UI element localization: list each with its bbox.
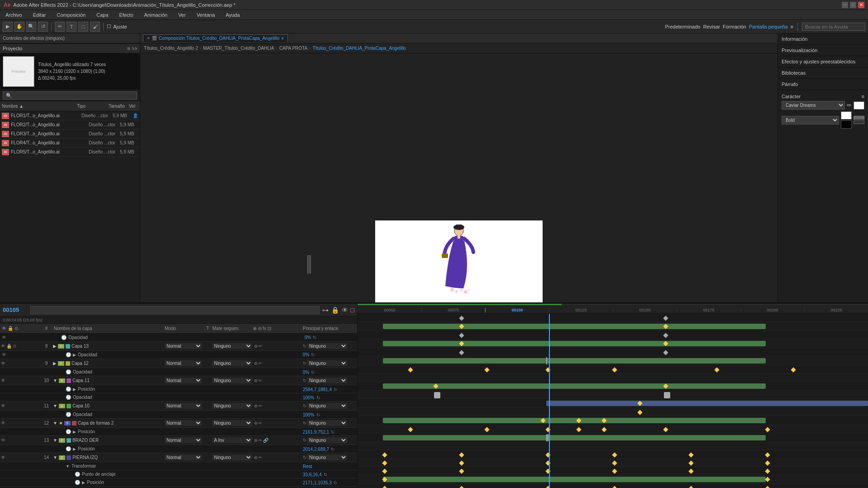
mate-select[interactable]: Ninguno [212, 360, 252, 366]
menu-efecto[interactable]: Efecto [117, 11, 135, 19]
eye-icon[interactable]: 👁 [1, 421, 5, 426]
pencil-icon[interactable]: ✏ [258, 378, 262, 383]
prop-clock-icon[interactable]: 🕐 [66, 387, 71, 392]
prop-expand[interactable]: ▶ [73, 447, 76, 451]
track-row[interactable] [358, 373, 868, 382]
mode-select[interactable]: Normal [165, 420, 202, 426]
parrafo-title[interactable]: Párrafo [782, 81, 798, 87]
track-row[interactable] [358, 484, 868, 488]
frame-button[interactable]: □ [351, 306, 354, 314]
eye-icon[interactable]: 👁 [2, 352, 6, 357]
style-dropdown[interactable]: Bold Normal Italic [782, 116, 839, 124]
eye-icon[interactable]: 👁 [2, 335, 6, 340]
breadcrumb-item-3[interactable]: CAPA PROTA [279, 46, 307, 51]
prop-expand[interactable]: ▶ [73, 387, 76, 392]
track-row[interactable] [358, 442, 868, 450]
menu-editar[interactable]: Editar [31, 11, 48, 19]
track-row[interactable] [358, 399, 868, 408]
switch-icon[interactable]: ⊕ [254, 361, 258, 366]
switch-icon-1[interactable]: ⊕ [254, 344, 258, 349]
prop-clock-icon[interactable]: 🕐 [66, 352, 71, 357]
eye-icon[interactable]: 👁 [1, 438, 5, 443]
principal-select[interactable]: Ninguno [307, 420, 347, 426]
predeterminado-btn[interactable]: Predeterminado [665, 24, 700, 29]
pencil-icon[interactable]: ✏ [258, 455, 262, 460]
principal-select[interactable]: Ninguno [307, 378, 347, 383]
link-chain-icon[interactable]: 🔗 [263, 438, 268, 443]
project-search-bar[interactable] [0, 90, 140, 101]
track-row[interactable] [358, 365, 868, 373]
view-options[interactable]: 👁 [342, 306, 348, 314]
switch-pencil[interactable]: ✏ [258, 344, 262, 349]
prop-clock-icon[interactable]: 🕐 [75, 472, 80, 477]
track-row[interactable] [358, 433, 868, 442]
track-row[interactable] [358, 331, 868, 339]
prop-clock-icon[interactable]: 🕐 [61, 335, 67, 340]
lock-icon[interactable]: 🔒 [6, 344, 12, 349]
pencil-icon[interactable]: ✏ [258, 421, 262, 426]
toolbar-menu-icon[interactable]: ≡ [791, 24, 793, 29]
info-title[interactable]: Información [782, 36, 807, 42]
list-item[interactable]: Ai FLOR1/T...o_Angelillo.ai Diseño ...ct… [0, 111, 140, 120]
panel-expand-button[interactable]: >> [132, 46, 137, 51]
gradient-swatch-1[interactable] [854, 116, 864, 120]
tool-shape[interactable]: □ [78, 22, 88, 32]
list-item[interactable]: Ai FLOR4/T...o_Angelillo.ai Diseño ...ct… [0, 139, 140, 148]
principal-select[interactable]: Ninguno [307, 437, 347, 443]
effects-presets-title[interactable]: Efectos y ajustes preestablecidos [782, 59, 855, 64]
tool-paint[interactable]: 🖌 [90, 22, 100, 32]
comp-tab-close[interactable]: × [147, 36, 150, 41]
breadcrumb-item-1[interactable]: Títulos_Crédito_Angelillo 2 [144, 46, 198, 51]
track-row[interactable] [358, 356, 868, 365]
track-row[interactable] [358, 475, 868, 484]
prop-clock-icon[interactable]: 🕐 [66, 429, 71, 434]
project-search-input[interactable] [3, 91, 137, 100]
tool-pen[interactable]: ✏ [55, 22, 65, 32]
viewer-left-handle[interactable] [307, 255, 311, 273]
track-row[interactable] [358, 408, 868, 416]
expand-icon[interactable]: ▼ [53, 378, 57, 383]
principal-select[interactable]: Ninguno [307, 403, 347, 409]
maximize-button[interactable]: □ [850, 2, 856, 8]
close-button[interactable]: ✕ [858, 2, 864, 8]
solo-icon[interactable]: ⊙ [13, 344, 16, 349]
solo-button[interactable]: ⊶ [322, 306, 329, 314]
help-search[interactable] [802, 23, 865, 31]
character-menu[interactable]: ≡ [862, 94, 864, 99]
list-item[interactable]: Ai FLOR2/T...o_Angelillo.ai Diseño ...ct… [0, 120, 140, 129]
track-row[interactable] [358, 382, 868, 391]
revisar-btn[interactable]: Revisar [703, 24, 720, 29]
eye-icon[interactable]: 👁 [1, 344, 5, 349]
track-row[interactable] [358, 425, 868, 433]
expand-icon[interactable]: ▶ [53, 361, 57, 366]
menu-ver[interactable]: Ver [176, 11, 188, 19]
font-edit-button[interactable]: ✏ [847, 102, 852, 109]
prop-expand[interactable]: ▶ [73, 353, 76, 357]
layer-search-input[interactable] [30, 306, 320, 314]
expand-icon[interactable]: ▼ [53, 455, 57, 460]
menu-ayuda[interactable]: Ayuda [224, 11, 242, 19]
principal-select[interactable]: Ninguno [307, 343, 347, 349]
project-menu-icon[interactable]: ≡ [127, 46, 130, 51]
prop-expand[interactable]: ▶ [73, 430, 76, 434]
mode-select[interactable]: Normal [165, 403, 202, 409]
text-color-swatch[interactable] [841, 111, 852, 120]
switch-pencil[interactable]: ✏ [258, 361, 262, 366]
project-tab-label[interactable]: Proyecto [3, 46, 22, 51]
expand-icon[interactable]: ▼ [66, 464, 70, 469]
eye-icon[interactable]: 👁 [1, 455, 5, 460]
character-title[interactable]: Carácter [782, 94, 801, 99]
switch-icon[interactable]: ⊕ [254, 378, 258, 383]
principal-select[interactable]: Ninguno [307, 455, 347, 460]
menu-animacion[interactable]: Animación [143, 11, 169, 19]
tool-hand[interactable]: ✋ [14, 22, 24, 32]
prop-clock-icon[interactable]: 🕐 [66, 446, 71, 451]
expand-icon[interactable]: ▼ [53, 438, 57, 443]
track-row[interactable] [358, 339, 868, 348]
mode-select[interactable]: Normal [165, 343, 202, 349]
pantalla-small-btn[interactable]: Pantalla pequeña [749, 24, 788, 29]
font-color-swatch[interactable] [854, 101, 864, 110]
mode-select[interactable]: Normal [165, 455, 202, 460]
mate-select[interactable]: Ninguno [212, 455, 252, 460]
track-row[interactable] [358, 348, 868, 356]
